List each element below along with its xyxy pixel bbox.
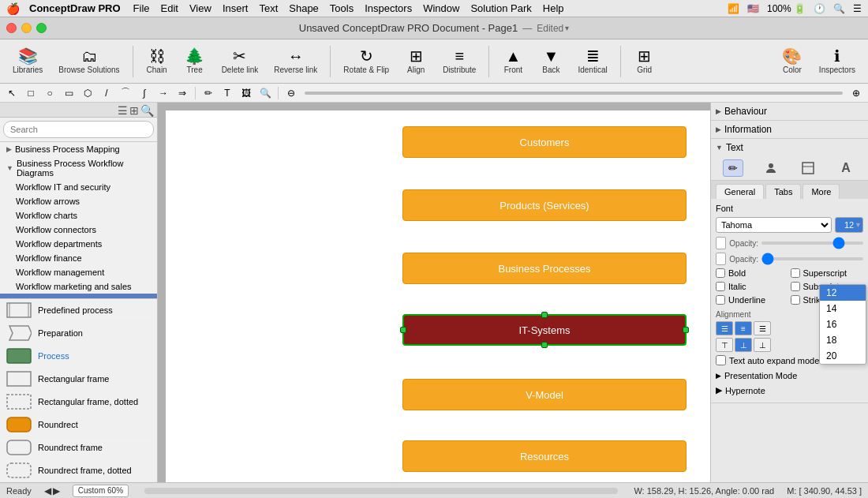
arrow-tool2[interactable]: ⇒	[174, 85, 191, 101]
inspectors-button[interactable]: ℹ Inspectors	[813, 45, 862, 77]
distribute-button[interactable]: ≡ Distribute	[436, 45, 482, 77]
fsd-item-12[interactable]: 12	[820, 285, 866, 301]
connector-tool[interactable]: ⌒	[117, 85, 134, 101]
font-size-dropdown[interactable]: 12 14 16 18 20	[819, 284, 866, 365]
shape-item-rect-frame[interactable]: Rectangular frame	[0, 368, 157, 391]
chain-button[interactable]: ⛓ Chain	[140, 45, 174, 77]
layout-format-btn[interactable]	[798, 159, 818, 177]
align-center-btn[interactable]: ≡	[735, 321, 752, 335]
tab-general[interactable]: General	[716, 184, 764, 199]
close-button[interactable]	[6, 23, 17, 33]
front-button[interactable]: ▲ Front	[496, 45, 530, 77]
line-tool[interactable]: /	[98, 85, 115, 101]
font-size-dropdown-arrow[interactable]: ▼	[855, 221, 862, 229]
shape-item-rect-dotted[interactable]: Rectangular frame, dotted	[0, 391, 157, 414]
menu-shape[interactable]: Shape	[289, 2, 319, 14]
notifications-icon[interactable]: ☰	[853, 3, 862, 14]
apple-menu[interactable]: 🍎	[6, 2, 20, 15]
sidebar-item-workflow-finance[interactable]: Workflow finance	[0, 251, 157, 265]
node-resources[interactable]: Resources	[402, 440, 687, 472]
handle-left[interactable]	[400, 327, 406, 333]
shape-item-roundrect[interactable]: Roundrect	[0, 414, 157, 436]
sidebar-item-workflow-connectors[interactable]: Workflow connectors	[0, 223, 157, 237]
zoom-in-btn[interactable]: ⊕	[847, 85, 865, 101]
rotate-flip-button[interactable]: ↻ Rotate & Flip	[337, 45, 395, 77]
menu-insert[interactable]: Insert	[223, 2, 249, 14]
libraries-button[interactable]: 📚 Libraries	[6, 45, 49, 77]
handle-top[interactable]	[541, 312, 548, 318]
sidebar-item-workflow-arrows1[interactable]: Workflow arrows	[0, 194, 157, 208]
zoom-in[interactable]: 🔍	[256, 85, 274, 101]
handle-right[interactable]	[683, 327, 689, 333]
hypernote-row[interactable]: ▶ Hypernote	[716, 383, 863, 398]
color-button[interactable]: 🎨 Color	[775, 45, 810, 77]
opacity-slider-2[interactable]	[761, 257, 863, 260]
nav-right[interactable]: ▶	[53, 485, 60, 496]
menu-file[interactable]: File	[133, 2, 150, 14]
search-input[interactable]	[3, 121, 154, 138]
information-header[interactable]: ▶ Information	[711, 121, 868, 138]
menu-text[interactable]: Text	[259, 2, 278, 14]
zoom-out-btn[interactable]: ⊖	[282, 85, 300, 101]
align-middle-btn[interactable]: ⊥	[735, 338, 752, 352]
fsd-item-16[interactable]: 16	[820, 316, 866, 332]
node-business-processes[interactable]: Business Processes	[402, 253, 687, 284]
align-top-btn[interactable]: ⊤	[716, 338, 733, 352]
sidebar-item-workflow-charts1[interactable]: Workflow charts	[0, 208, 157, 223]
select-tool[interactable]: ↖	[3, 85, 21, 101]
delete-link-button[interactable]: ✂ Delete link	[215, 45, 265, 77]
menu-window[interactable]: Window	[423, 2, 459, 14]
shape-item-roundrect-frame[interactable]: Roundrect frame	[0, 436, 157, 459]
back-button[interactable]: ▼ Back	[533, 45, 568, 77]
rect-tool[interactable]: □	[22, 85, 39, 101]
sidebar-item-workflow-departments[interactable]: Workflow departments	[0, 237, 157, 251]
browse-solutions-button[interactable]: 🗂 Browse Solutions	[52, 45, 125, 77]
sidebar-item-bpm[interactable]: ▶ Business Process Mapping	[0, 142, 157, 156]
list-view-icon[interactable]: ☰	[118, 104, 128, 117]
menu-inspectors[interactable]: Inspectors	[365, 2, 412, 14]
search-icon[interactable]: 🔍	[833, 3, 845, 14]
bold-checkbox[interactable]	[716, 268, 725, 278]
minimize-button[interactable]	[21, 23, 32, 33]
align-left-btn[interactable]: ☰	[716, 321, 733, 335]
fsd-item-18[interactable]: 18	[820, 332, 866, 348]
menu-solution-park[interactable]: Solution Park	[470, 2, 531, 14]
image-tool[interactable]: 🖼	[238, 85, 255, 101]
opacity-slider-1[interactable]	[761, 242, 863, 245]
tab-tabs[interactable]: Tabs	[765, 184, 801, 199]
menu-tools[interactable]: Tools	[330, 2, 354, 14]
subscript-checkbox[interactable]	[791, 282, 800, 291]
grid-button[interactable]: ⊞ Grid	[627, 45, 662, 77]
node-products[interactable]: Products (Services)	[402, 189, 687, 221]
menu-view[interactable]: View	[189, 2, 211, 14]
node-it-systems[interactable]: IT-Systems	[402, 314, 687, 346]
tab-more[interactable]: More	[803, 184, 840, 199]
node-v-model[interactable]: V-Model	[402, 379, 687, 410]
rounded-rect-tool[interactable]: ▭	[60, 85, 77, 101]
sidebar-item-bpwd[interactable]: ▼ Business Process Workflow Diagrams	[0, 156, 157, 180]
menu-edit[interactable]: Edit	[161, 2, 178, 14]
shape-item-preparation[interactable]: Preparation	[0, 322, 157, 345]
polygon-tool[interactable]: ⬡	[79, 85, 96, 101]
superscript-checkbox[interactable]	[791, 268, 800, 278]
big-a-format-btn[interactable]: A	[836, 159, 856, 177]
underline-checkbox[interactable]	[716, 295, 725, 305]
sidebar-item-workflow-marketing1[interactable]: Workflow marketing and sales	[0, 279, 157, 294]
align-button[interactable]: ⊞ Align	[398, 45, 433, 77]
node-customers[interactable]: Customers	[402, 126, 687, 158]
italic-checkbox[interactable]	[716, 282, 725, 291]
pen-tool[interactable]: ✏	[200, 85, 217, 101]
color-swatch-2[interactable]	[716, 253, 726, 265]
edited-dropdown-icon[interactable]: ▾	[565, 24, 569, 32]
text-header[interactable]: ▼ Text	[711, 139, 868, 156]
nav-left[interactable]: ◀	[44, 485, 51, 496]
grid-view-icon[interactable]: ⊞	[129, 104, 139, 117]
fsd-item-20[interactable]: 20	[820, 348, 866, 364]
search-panel-icon[interactable]: 🔍	[140, 104, 154, 117]
canvas-inner[interactable]: Customers Products (Services) Business P…	[166, 110, 710, 482]
zoom-slider[interactable]	[305, 92, 843, 95]
behaviour-header[interactable]: ▶ Behaviour	[711, 103, 868, 120]
align-right-btn[interactable]: ☰	[754, 321, 771, 335]
menu-help[interactable]: Help	[543, 2, 564, 14]
tree-button[interactable]: 🌲 Tree	[178, 45, 212, 77]
